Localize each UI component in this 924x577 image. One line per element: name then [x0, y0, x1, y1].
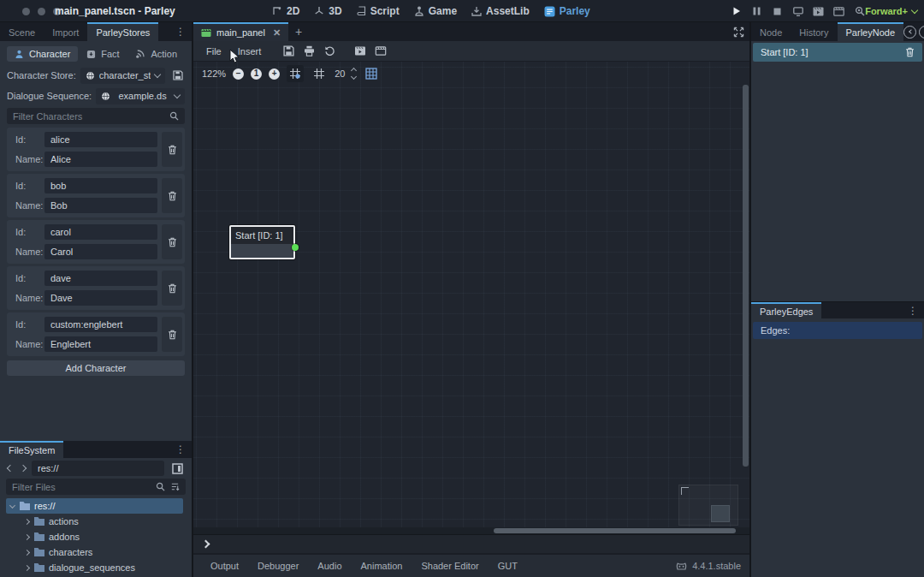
- tab-parleyedges[interactable]: ParleyEdges: [751, 302, 821, 318]
- filter-characters-input[interactable]: [13, 111, 164, 122]
- test-dialogue-from-node-icon[interactable]: [370, 43, 390, 59]
- selected-node-row[interactable]: Start [ID: 1]: [753, 43, 922, 62]
- tree-expand-icon[interactable]: [24, 518, 30, 524]
- grid-size-spinner[interactable]: [352, 66, 356, 81]
- zoom-in-button[interactable]: +: [269, 68, 280, 80]
- character-id-input[interactable]: [44, 132, 157, 147]
- zoom-out-button[interactable]: −: [233, 68, 244, 80]
- character-name-input[interactable]: [44, 244, 157, 259]
- grid-size-value[interactable]: 20: [335, 68, 345, 79]
- tab-filesystem[interactable]: FileSystem: [0, 441, 63, 458]
- tab-scene[interactable]: Scene: [0, 22, 44, 41]
- tree-expand-icon[interactable]: [24, 533, 30, 539]
- nav-back-icon[interactable]: [903, 26, 916, 39]
- menu-insert[interactable]: Insert: [230, 44, 270, 59]
- nav-forward-icon[interactable]: [919, 26, 924, 39]
- tree-item[interactable]: addons: [6, 529, 183, 544]
- tree-expand-icon[interactable]: [9, 502, 15, 508]
- stop-button[interactable]: [769, 3, 785, 19]
- tab-fact[interactable]: Fact: [78, 46, 127, 62]
- zoom-reset-button[interactable]: 1: [251, 68, 262, 80]
- play-button[interactable]: [728, 3, 744, 19]
- canvas-horizontal-scrollbar[interactable]: [193, 527, 749, 534]
- dock-menu-icon[interactable]: ⋮: [169, 22, 192, 41]
- current-path[interactable]: res://: [32, 461, 164, 476]
- workspace-script-button[interactable]: Script: [357, 5, 400, 17]
- canvas-vertical-scrollbar[interactable]: [743, 85, 749, 467]
- character-store-dropdown[interactable]: character_st: [80, 68, 166, 84]
- tab-node[interactable]: Node: [751, 22, 791, 41]
- tree-item[interactable]: res://: [6, 498, 183, 514]
- sort-icon[interactable]: [170, 482, 180, 491]
- add-scene-tab-button[interactable]: +: [288, 22, 309, 41]
- save-store-button[interactable]: [169, 68, 187, 84]
- bottom-panel-tab[interactable]: Animation: [352, 557, 412, 574]
- graph-minimap[interactable]: [678, 485, 738, 526]
- menu-file[interactable]: File: [198, 44, 229, 59]
- character-name-input[interactable]: [44, 336, 157, 352]
- split-view-icon[interactable]: [169, 461, 186, 477]
- minimap-toggle-button[interactable]: [363, 65, 380, 82]
- dock-menu-icon[interactable]: ⋮: [902, 302, 924, 318]
- save-icon[interactable]: [279, 43, 299, 59]
- remote-debug-icon[interactable]: [790, 3, 806, 19]
- dialogue-sequence-dropdown[interactable]: example.ds: [96, 88, 185, 104]
- test-dialogue-icon[interactable]: [350, 43, 370, 59]
- pause-button[interactable]: [749, 3, 765, 19]
- add-character-button[interactable]: Add Character: [7, 360, 185, 376]
- history-forward-button[interactable]: [19, 466, 27, 471]
- tree-expand-icon[interactable]: [24, 549, 30, 555]
- bottom-panel-tab[interactable]: Audio: [309, 557, 350, 574]
- dock-menu-icon[interactable]: ⋮: [169, 441, 192, 458]
- delete-character-button[interactable]: [162, 317, 182, 352]
- tab-parleynode[interactable]: ParleyNode: [838, 22, 903, 41]
- tab-import[interactable]: Import: [44, 22, 87, 41]
- tab-parleystores[interactable]: ParleyStores: [87, 22, 158, 41]
- window-close-button[interactable]: [22, 8, 30, 15]
- node-output-port[interactable]: [292, 244, 299, 251]
- character-id-input[interactable]: [44, 271, 157, 286]
- tree-expand-icon[interactable]: [24, 564, 30, 570]
- delete-character-button[interactable]: [162, 132, 182, 167]
- graph-node-title[interactable]: Start [ID: 1]: [231, 227, 293, 244]
- workspace-game-button[interactable]: Game: [414, 5, 457, 17]
- scrollbar-thumb[interactable]: [494, 528, 736, 533]
- play-scene-button[interactable]: [810, 3, 826, 19]
- workspace-parley-button[interactable]: Parley: [544, 5, 590, 17]
- print-icon[interactable]: [299, 43, 319, 59]
- refresh-icon[interactable]: [320, 43, 340, 59]
- renderer-dropdown[interactable]: Forward+: [865, 0, 917, 22]
- character-id-input[interactable]: [44, 224, 157, 240]
- edges-row[interactable]: Edges:: [753, 322, 922, 339]
- character-name-input[interactable]: [44, 198, 157, 213]
- filter-files-input[interactable]: [12, 482, 151, 492]
- bottom-panel-tab[interactable]: Shader Editor: [412, 557, 487, 574]
- scene-tab-main-panel[interactable]: main_panel ✕: [193, 22, 288, 41]
- tab-character[interactable]: Character: [7, 46, 78, 62]
- workspace-assetlib-button[interactable]: AssetLib: [471, 5, 530, 17]
- character-name-input[interactable]: [44, 152, 157, 167]
- bottom-panel-tab[interactable]: Output: [202, 557, 247, 574]
- graph-canvas[interactable]: 122% − 1 + 20 Start [ID: 1]: [193, 62, 749, 527]
- tab-action[interactable]: Action: [127, 46, 185, 62]
- character-id-input[interactable]: [44, 317, 157, 332]
- close-icon[interactable]: ✕: [273, 27, 281, 39]
- bottom-panel-tab[interactable]: GUT: [489, 557, 526, 574]
- delete-character-button[interactable]: [162, 178, 182, 213]
- tab-history[interactable]: History: [791, 22, 837, 41]
- character-id-input[interactable]: [44, 178, 157, 193]
- bottom-panel-tab[interactable]: Debugger: [249, 557, 307, 574]
- window-minimize-button[interactable]: [38, 8, 45, 15]
- delete-character-button[interactable]: [162, 271, 182, 306]
- tree-item[interactable]: characters: [6, 544, 183, 560]
- expand-editor-icon[interactable]: [727, 22, 749, 41]
- expand-bottom-panel-icon[interactable]: [202, 540, 210, 549]
- play-custom-scene-button[interactable]: [831, 3, 847, 19]
- delete-character-button[interactable]: [162, 224, 182, 259]
- tree-item[interactable]: dialogue_sequences: [6, 560, 183, 575]
- snap-toggle-button[interactable]: [287, 65, 304, 82]
- tree-item[interactable]: actions: [6, 514, 183, 529]
- workspace-3d-button[interactable]: 3D: [314, 5, 341, 17]
- graph-node-start[interactable]: Start [ID: 1]: [229, 225, 295, 259]
- grid-toggle-button[interactable]: [311, 65, 328, 82]
